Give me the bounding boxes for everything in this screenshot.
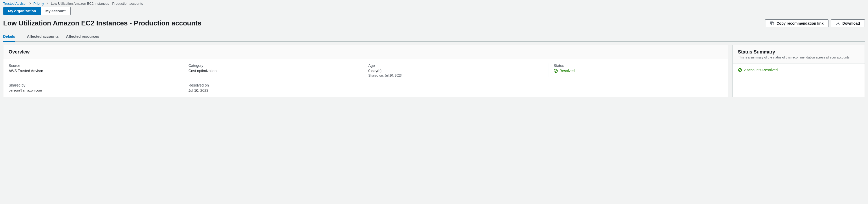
status-value: Resolved xyxy=(559,69,575,73)
shared-by-label: Shared by xyxy=(9,83,183,87)
overview-age: Age 0 day(s) Shared on: Jul 10, 2023 xyxy=(368,63,543,77)
status-summary-body: 2 accounts Resolved xyxy=(733,64,865,76)
resolved-on-label: Resolved on xyxy=(188,83,363,87)
overview-header: Overview xyxy=(3,45,728,59)
status-value-group: Resolved xyxy=(554,69,723,73)
toggle-my-organization[interactable]: My organization xyxy=(3,7,41,15)
breadcrumb-trusted-advisor[interactable]: Trusted Advisor xyxy=(3,2,27,5)
tab-separator xyxy=(21,34,21,39)
status-summary-text: 2 accounts Resolved xyxy=(744,68,778,72)
overview-category: Category Cost optimization xyxy=(188,63,363,77)
download-icon xyxy=(836,21,840,25)
resolved-on-value: Jul 10, 2023 xyxy=(188,88,363,93)
header-actions: Copy recommendation link Download xyxy=(765,19,865,27)
category-value: Cost optimization xyxy=(188,69,363,73)
breadcrumb: Trusted Advisor Priority Low Utilization… xyxy=(0,0,868,7)
chevron-right-icon xyxy=(29,2,31,5)
status-summary-header: Status Summary This is a summary of the … xyxy=(733,45,865,64)
source-value: AWS Trusted Advisor xyxy=(9,69,183,73)
check-circle-icon xyxy=(554,69,558,73)
svg-rect-0 xyxy=(771,23,774,25)
breadcrumb-priority[interactable]: Priority xyxy=(33,2,44,5)
tabs: Details Affected accounts Affected resou… xyxy=(3,31,865,42)
age-sub: Shared on: Jul 10, 2023 xyxy=(368,74,543,77)
status-label: Status xyxy=(554,63,723,68)
source-label: Source xyxy=(9,63,183,68)
download-button-label: Download xyxy=(842,21,860,25)
shared-by-value: person@amazon.com xyxy=(9,88,183,92)
overview-resolved-on: Resolved on Jul 10, 2023 xyxy=(188,83,363,93)
copy-icon xyxy=(770,21,774,25)
status-summary-title: Status Summary xyxy=(738,49,859,55)
tab-details[interactable]: Details xyxy=(3,32,15,42)
overview-shared-by: Shared by person@amazon.com xyxy=(9,83,183,93)
breadcrumb-current: Low Utilization Amazon EC2 Instances - P… xyxy=(51,2,143,5)
chevron-right-icon xyxy=(46,2,49,5)
page-title: Low Utilization Amazon EC2 Instances - P… xyxy=(3,19,201,27)
status-summary-panel: Status Summary This is a summary of the … xyxy=(733,45,865,97)
copy-recommendation-link-button[interactable]: Copy recommendation link xyxy=(765,19,829,27)
toggle-my-account[interactable]: My account xyxy=(41,7,70,15)
tab-affected-resources[interactable]: Affected resources xyxy=(66,32,99,42)
age-value: 0 day(s) xyxy=(368,69,543,73)
tab-affected-accounts[interactable]: Affected accounts xyxy=(27,32,59,42)
copy-button-label: Copy recommendation link xyxy=(776,21,824,25)
overview-source: Source AWS Trusted Advisor xyxy=(9,63,183,77)
category-label: Category xyxy=(188,63,363,68)
overview-title: Overview xyxy=(9,49,723,55)
content-row: Overview Source AWS Trusted Advisor Cate… xyxy=(0,42,868,100)
scope-toggle: My organization My account xyxy=(3,7,71,15)
download-button[interactable]: Download xyxy=(831,19,865,27)
overview-body: Source AWS Trusted Advisor Category Cost… xyxy=(3,59,728,97)
header-row: Low Utilization Amazon EC2 Instances - P… xyxy=(0,18,868,31)
status-summary-sub: This is a summary of the status of this … xyxy=(738,56,859,59)
overview-panel: Overview Source AWS Trusted Advisor Cate… xyxy=(3,45,728,97)
check-circle-icon xyxy=(738,68,742,72)
overview-status: Status Resolved xyxy=(548,63,723,77)
status-summary-line: 2 accounts Resolved xyxy=(738,68,859,72)
age-label: Age xyxy=(368,63,543,68)
